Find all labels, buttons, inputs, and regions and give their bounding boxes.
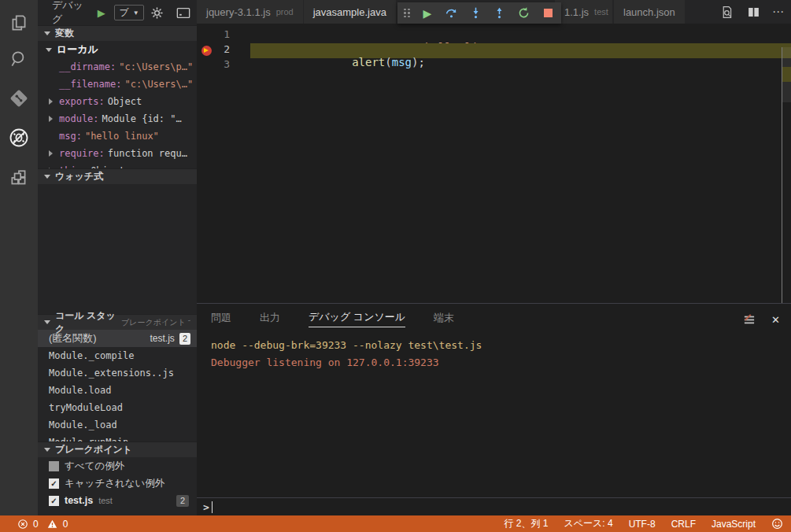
step-over-button[interactable] bbox=[445, 6, 459, 20]
variable-name: this: bbox=[59, 165, 87, 168]
chevron-collapsed-icon[interactable] bbox=[49, 98, 53, 105]
tab-javasample[interactable]: javasample.java bbox=[304, 0, 396, 24]
tab-jquery-test[interactable]: 1.1.js test bbox=[555, 0, 612, 24]
variable-row-clipped[interactable]: this: Object bbox=[38, 162, 197, 168]
continue-button[interactable]: ▶ bbox=[420, 6, 434, 20]
feedback-smiley-icon[interactable] bbox=[771, 518, 783, 530]
frame-name: Module._compile bbox=[49, 350, 134, 361]
tab-problems[interactable]: 問題 bbox=[211, 311, 231, 327]
checkbox-checked[interactable]: ✓ bbox=[49, 496, 59, 506]
more-actions-icon[interactable]: ⋯ bbox=[772, 5, 785, 19]
code-line-2-current: 2 alert(msg); bbox=[197, 43, 791, 58]
tab-output[interactable]: 出力 bbox=[260, 311, 280, 327]
extensions-icon[interactable] bbox=[0, 161, 38, 197]
variable-row[interactable]: msg: "hello linux" bbox=[38, 127, 197, 145]
launch-config-dropdown[interactable]: ブ ▼ bbox=[114, 5, 143, 20]
chevron-collapsed-icon[interactable] bbox=[49, 150, 53, 157]
search-icon[interactable] bbox=[0, 41, 38, 77]
panel-actions: ✕ bbox=[741, 312, 780, 327]
call-stack-frame[interactable]: tryModuleLoad bbox=[38, 399, 197, 416]
debug-console-input[interactable]: > bbox=[197, 497, 791, 515]
drag-handle-icon[interactable] bbox=[404, 9, 410, 18]
frame-name: tryModuleLoad bbox=[49, 402, 123, 413]
source-control-icon[interactable] bbox=[0, 80, 38, 116]
call-stack-frame-clipped[interactable]: Module.runMain bbox=[38, 434, 197, 441]
debug-console-toggle-icon[interactable] bbox=[176, 5, 190, 20]
restart-button[interactable] bbox=[517, 6, 531, 20]
step-into-button[interactable] bbox=[468, 6, 482, 20]
variable-row[interactable]: exports: Object bbox=[38, 93, 197, 110]
variable-value: "hello linux" bbox=[85, 131, 159, 142]
indentation[interactable]: スペース: 4 bbox=[564, 517, 612, 530]
sidebar-title: デバッグ bbox=[52, 0, 88, 27]
breakpoint-row[interactable]: すべての例外 bbox=[38, 457, 197, 475]
overview-ruler-scrollbar[interactable] bbox=[782, 47, 791, 303]
variable-row[interactable]: module: Module {id: "… bbox=[38, 110, 197, 127]
call-stack-frame[interactable]: (匿名関数) test.js 2 bbox=[38, 330, 197, 347]
watch-empty-area bbox=[38, 184, 197, 314]
stop-button[interactable] bbox=[541, 6, 555, 20]
variable-row[interactable]: __dirname: "c:\Users\p…" bbox=[38, 58, 197, 76]
launch-config-label: ブ bbox=[119, 6, 128, 20]
variable-name: module: bbox=[59, 113, 99, 124]
status-bar: 0 0 行 2、列 1 スペース: 4 UTF-8 CRLF JavaScrip… bbox=[0, 515, 791, 532]
breakpoint-row[interactable]: ✓ キャッチされない例外 bbox=[38, 475, 197, 492]
breakpoint-current-icon[interactable] bbox=[201, 46, 212, 56]
variable-value: Object bbox=[108, 96, 142, 107]
split-editor-icon[interactable] bbox=[745, 4, 761, 20]
chevron-collapsed-icon[interactable] bbox=[49, 116, 53, 122]
gutter-line-2[interactable]: 2 bbox=[197, 43, 250, 58]
stop-icon bbox=[544, 9, 553, 17]
editor-group: jquery-3.1.1.js prod javasample.java 1.1… bbox=[197, 0, 791, 303]
code-editor[interactable]: 1 var msg = 'hello linux'; 2 alert(msg); bbox=[197, 24, 791, 303]
checkbox-unchecked[interactable] bbox=[49, 461, 59, 471]
encoding[interactable]: UTF-8 bbox=[629, 519, 656, 530]
close-panel-icon[interactable]: ✕ bbox=[771, 314, 780, 326]
tab-launch-json[interactable]: launch.json bbox=[614, 0, 685, 24]
variables-section-header[interactable]: 変数 bbox=[38, 25, 197, 41]
configure-gear-icon[interactable] bbox=[150, 5, 164, 20]
debug-toolbar: ▶ bbox=[397, 2, 561, 24]
debug-icon[interactable] bbox=[0, 120, 38, 156]
language-mode[interactable]: JavaScript bbox=[712, 519, 756, 530]
breakpoint-row[interactable]: ✓ test.js test 2 bbox=[38, 492, 197, 509]
call-stack-frame[interactable]: Module._compile bbox=[38, 347, 197, 364]
variables-section-label: 変数 bbox=[55, 27, 74, 40]
gutter-line-3[interactable]: 3 bbox=[197, 58, 250, 73]
call-stack-frame[interactable]: Module._load bbox=[38, 416, 197, 434]
cursor-position[interactable]: 行 2、列 1 bbox=[504, 517, 548, 530]
variable-row[interactable]: require: function requ… bbox=[38, 145, 197, 162]
step-out-button[interactable] bbox=[493, 6, 507, 20]
tab-label: launch.json bbox=[623, 6, 675, 18]
tab-debug-console[interactable]: デバッグ コンソール bbox=[309, 310, 405, 327]
call-stack-frame[interactable]: Module.load bbox=[38, 382, 197, 399]
variable-name: require: bbox=[59, 148, 105, 159]
chevron-collapsed-icon[interactable] bbox=[49, 168, 53, 168]
variable-value: Object bbox=[91, 165, 124, 168]
variable-name: msg: bbox=[59, 131, 82, 142]
variable-row[interactable]: __filename: "c:\Users\…" bbox=[38, 76, 197, 93]
call-stack-section-header[interactable]: コール スタック ブレークポイント で.. bbox=[38, 314, 197, 330]
tab-folder-label: test bbox=[594, 7, 608, 17]
breakpoints-section-header[interactable]: ブレークポイント bbox=[38, 441, 197, 457]
frame-name: Module.runMain bbox=[49, 437, 128, 441]
start-debug-button[interactable]: ▶ bbox=[94, 5, 108, 20]
open-preview-icon[interactable] bbox=[719, 4, 734, 20]
line-number: 2 bbox=[224, 43, 230, 55]
call-stack-frame[interactable]: Module._extensions..js bbox=[38, 364, 197, 382]
checkbox-checked[interactable]: ✓ bbox=[49, 478, 59, 489]
frame-line-badge: 2 bbox=[179, 333, 190, 345]
gutter-line-1[interactable]: 1 bbox=[197, 28, 250, 43]
explorer-icon[interactable] bbox=[0, 5, 38, 41]
error-count: 0 bbox=[33, 519, 39, 530]
watch-section-header[interactable]: ウォッチ式 bbox=[38, 168, 197, 184]
chevron-expanded-icon bbox=[44, 320, 50, 324]
tab-jquery-prod[interactable]: jquery-3.1.1.js prod bbox=[197, 0, 303, 24]
scope-local[interactable]: ローカル bbox=[38, 41, 197, 58]
clear-console-icon[interactable] bbox=[741, 312, 757, 327]
tab-folder-label: prod bbox=[276, 7, 294, 17]
eol-sequence[interactable]: CRLF bbox=[671, 519, 696, 530]
variable-value: "c:\Users\p…" bbox=[119, 61, 193, 72]
tab-terminal[interactable]: 端末 bbox=[434, 311, 454, 327]
problems-status[interactable]: 0 0 bbox=[17, 519, 68, 530]
